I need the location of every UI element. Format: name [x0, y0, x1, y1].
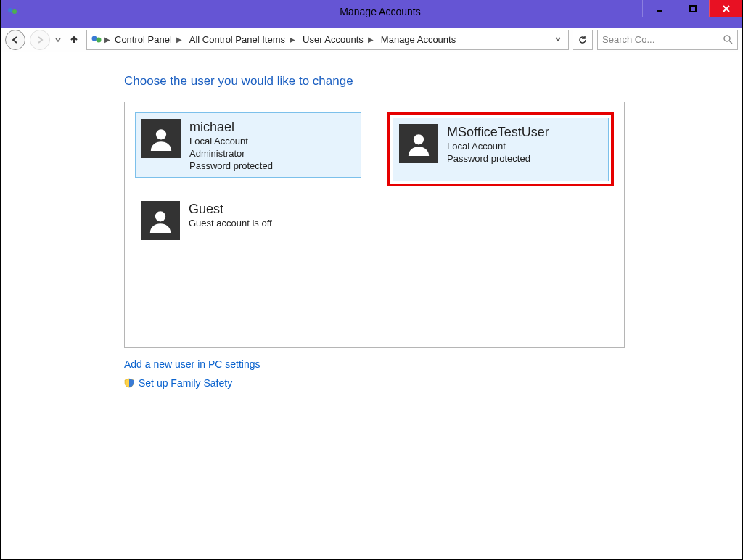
account-card-michael[interactable]: michael Local Account Administrator Pass…: [135, 112, 361, 178]
breadcrumb[interactable]: ▶ Control Panel▶ All Control Panel Items…: [86, 30, 569, 50]
shield-icon: [124, 378, 134, 388]
svg-point-11: [414, 134, 424, 144]
page-heading: Choose the user you would like to change: [124, 74, 742, 88]
svg-rect-3: [690, 6, 696, 12]
svg-point-1: [12, 9, 17, 14]
user-accounts-icon: [90, 33, 103, 46]
svg-line-9: [729, 41, 732, 44]
avatar-icon: [141, 119, 181, 158]
account-text: michael Local Account Administrator Pass…: [189, 119, 273, 171]
breadcrumb-item[interactable]: Control Panel▶: [112, 34, 185, 45]
account-password: Password protected: [447, 153, 549, 165]
svg-point-12: [155, 211, 165, 221]
links-section: Add a new user in PC settings Set up Fam…: [124, 358, 742, 389]
titlebar: Manage Accounts: [1, 0, 742, 23]
account-password: Password protected: [189, 160, 273, 173]
avatar-icon: [399, 124, 438, 163]
search-icon: [723, 35, 733, 44]
account-text: Guest Guest account is off: [189, 201, 272, 255]
account-role: Administrator: [189, 148, 273, 160]
window-frame: Manage Accounts: [0, 0, 743, 560]
accounts-panel: michael Local Account Administrator Pass…: [124, 102, 625, 348]
svg-point-0: [8, 8, 12, 12]
search-input[interactable]: Search Co...: [597, 30, 738, 50]
search-placeholder: Search Co...: [602, 34, 719, 45]
forward-button[interactable]: [30, 30, 50, 50]
chevron-right-icon: ▶: [104, 36, 110, 44]
account-card-msofficetestuser[interactable]: MSofficeTestUser Local Account Password …: [387, 112, 614, 186]
history-dropdown[interactable]: [54, 30, 62, 49]
account-name: michael: [189, 119, 273, 136]
back-button[interactable]: [5, 30, 25, 50]
breadcrumb-dropdown[interactable]: [551, 36, 565, 44]
breadcrumb-item[interactable]: Manage Accounts: [378, 34, 459, 45]
breadcrumb-item[interactable]: All Control Panel Items▶: [186, 34, 298, 45]
window-title: Manage Accounts: [18, 6, 742, 17]
add-user-link[interactable]: Add a new user in PC settings: [124, 358, 742, 370]
family-safety-link[interactable]: Set up Family Safety: [124, 377, 742, 389]
svg-point-6: [92, 36, 97, 41]
up-button[interactable]: [66, 32, 82, 48]
address-bar: ▶ Control Panel▶ All Control Panel Items…: [1, 23, 742, 52]
app-icon: [7, 6, 18, 17]
refresh-button[interactable]: [573, 30, 593, 50]
close-button[interactable]: [709, 0, 742, 17]
account-text: MSofficeTestUser Local Account Password …: [447, 124, 549, 175]
avatar-icon: [141, 201, 180, 240]
account-status: Guest account is off: [189, 218, 272, 230]
svg-point-8: [724, 36, 730, 41]
account-type: Local Account: [189, 136, 273, 148]
content-area: Choose the user you would like to change…: [1, 52, 742, 559]
window-controls: [642, 0, 742, 17]
account-name: Guest: [189, 201, 272, 218]
maximize-button[interactable]: [676, 0, 709, 17]
account-name: MSofficeTestUser: [447, 124, 549, 141]
breadcrumb-item[interactable]: User Accounts▶: [300, 34, 377, 45]
svg-point-10: [156, 129, 166, 139]
minimize-button[interactable]: [642, 0, 676, 17]
account-card-guest[interactable]: Guest Guest account is off: [135, 195, 361, 260]
svg-point-7: [97, 37, 102, 42]
account-type: Local Account: [447, 141, 549, 153]
